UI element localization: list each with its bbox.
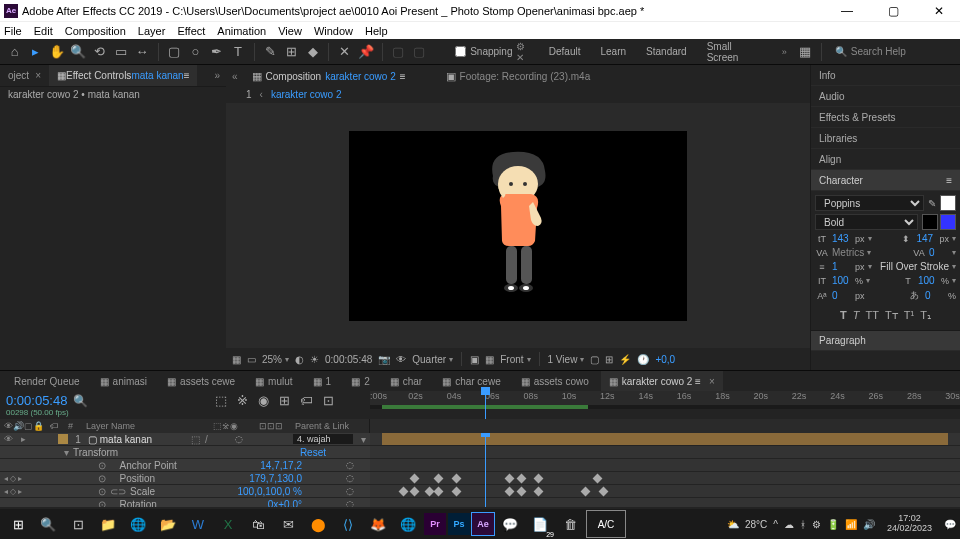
maximize-button[interactable]: ▢	[876, 4, 910, 18]
folder-icon[interactable]: 📂	[154, 510, 182, 538]
photoshop-icon[interactable]: Ps	[448, 513, 470, 535]
snapshot-icon[interactable]: 📷	[378, 354, 390, 365]
panel-info[interactable]: Info	[811, 65, 960, 86]
task-view-icon[interactable]: ⊡	[64, 510, 92, 538]
timeline-tab-2[interactable]: ▦ assets cewe	[159, 371, 243, 391]
region-icon[interactable]: ▣	[470, 354, 479, 365]
timeline-tab-1[interactable]: ▦ animasi	[92, 371, 155, 391]
roto-tool-icon[interactable]: ✕	[336, 43, 353, 61]
store-icon[interactable]: 🛍	[244, 510, 272, 538]
tab-overflow-icon[interactable]: »	[208, 70, 226, 81]
font-size-value[interactable]: 143	[832, 233, 852, 244]
menu-view[interactable]: View	[278, 25, 302, 37]
stamp-tool-icon[interactable]: ⊞	[283, 43, 300, 61]
pen-tool-icon[interactable]: ✒	[208, 43, 225, 61]
hscale-value[interactable]: 100	[918, 275, 938, 286]
taskbar-clock[interactable]: 17:02 24/02/2023	[881, 514, 938, 534]
text-tool-icon[interactable]: T	[229, 43, 246, 61]
prop-value-2[interactable]: 100,0,100,0 %	[238, 486, 303, 497]
ruler-icon[interactable]: ▭	[247, 354, 256, 365]
zoom-dropdown[interactable]: 25%▾	[262, 354, 289, 365]
font-weight-select[interactable]: Bold	[815, 214, 918, 230]
comp-path-name[interactable]: karakter cowo 2	[271, 89, 342, 101]
tl-icon-3[interactable]: ◉	[258, 393, 269, 408]
explorer-icon[interactable]: 📁	[94, 510, 122, 538]
tsume-value[interactable]: 0	[925, 290, 945, 301]
vscode-icon[interactable]: ⟨⟩	[334, 510, 362, 538]
comp-back-icon[interactable]: «	[232, 71, 238, 82]
zoom-tool-icon[interactable]: 🔍	[70, 43, 87, 61]
search-help[interactable]: 🔍 Search Help	[829, 46, 954, 57]
fast-preview-icon[interactable]: ⚡	[619, 354, 631, 365]
col-parent[interactable]: Parent & Link	[295, 421, 365, 431]
selection-tool-icon[interactable]: ▸	[27, 43, 44, 61]
search-taskbar-icon[interactable]: 🔍	[34, 510, 62, 538]
timeline-tab-9[interactable]: ▦ karakter cowo 2 ≡ ×	[601, 371, 723, 391]
tl-icon-6[interactable]: ⊡	[323, 393, 334, 408]
prop-3[interactable]: Rotation	[120, 499, 157, 508]
excel-icon[interactable]: X	[214, 510, 242, 538]
reset-button[interactable]: Reset	[300, 447, 326, 458]
app1-icon[interactable]: ⬤	[304, 510, 332, 538]
stroke-color-swatch[interactable]	[922, 214, 938, 230]
premiere-icon[interactable]: Pr	[424, 513, 446, 535]
show-snapshot-icon[interactable]: 👁	[396, 354, 406, 365]
timeline-search-icon[interactable]: 🔍	[73, 394, 88, 408]
puppet-tool-icon[interactable]: 📌	[357, 43, 374, 61]
allcaps-icon[interactable]: TT	[866, 309, 879, 322]
brush-tool-icon[interactable]: ✎	[261, 43, 278, 61]
tray-volume-icon[interactable]: 🔊	[863, 519, 875, 530]
menu-composition[interactable]: Composition	[65, 25, 126, 37]
exposure-icon[interactable]: ☀	[310, 354, 319, 365]
tray-up-icon[interactable]: ^	[773, 519, 778, 530]
channel-icon[interactable]: ◐	[295, 354, 304, 365]
stroke-mode-dropdown[interactable]: Fill Over Stroke	[880, 261, 949, 272]
tray-settings-icon[interactable]: ⚙	[812, 519, 821, 530]
share-icon[interactable]: ▢	[590, 354, 599, 365]
snapping-toggle[interactable]: Snapping⚙ ✕	[455, 41, 533, 63]
workspace-standard[interactable]: Standard	[638, 46, 695, 57]
transparency-icon[interactable]: ▦	[485, 354, 494, 365]
panel-menu-icon[interactable]: ≡	[946, 175, 952, 186]
panel-effects-presets[interactable]: Effects & Presets	[811, 107, 960, 128]
workspace-default[interactable]: Default	[541, 46, 589, 57]
notes-icon[interactable]: 📄29	[526, 510, 554, 538]
pixel-icon[interactable]: ⊞	[605, 354, 613, 365]
baseline-value[interactable]: 0	[832, 290, 852, 301]
prop-value-3[interactable]: 0x+0,0°	[268, 499, 302, 508]
tl-icon-4[interactable]: ⊞	[279, 393, 290, 408]
panel-libraries[interactable]: Libraries	[811, 128, 960, 149]
camera-dropdown[interactable]: Front▾	[500, 354, 530, 365]
ellipse-tool-icon[interactable]: ○	[187, 43, 204, 61]
smallcaps-icon[interactable]: Tᴛ	[885, 309, 898, 322]
bold-icon[interactable]: T	[840, 309, 847, 322]
parent-dropdown[interactable]: 4. wajah	[293, 434, 353, 444]
firefox-icon[interactable]: 🦊	[364, 510, 392, 538]
timeline-timecode[interactable]: 0:00:05:48	[6, 393, 67, 408]
superscript-icon[interactable]: T¹	[904, 309, 914, 322]
stroke-color-swatch2[interactable]	[940, 214, 956, 230]
timecode-display[interactable]: 0:00:05:48	[325, 354, 372, 365]
italic-icon[interactable]: T	[853, 309, 860, 322]
tray-wifi-icon[interactable]: 📶	[845, 519, 857, 530]
home-icon[interactable]: ⌂	[6, 43, 23, 61]
kerning-value[interactable]: Metrics	[832, 247, 864, 258]
whatsapp-icon[interactable]: 💬	[496, 510, 524, 538]
transform-group[interactable]: Transform	[73, 447, 118, 458]
ac-icon[interactable]: A/C	[586, 510, 626, 538]
tab-effect-controls[interactable]: ▦ Effect Controls mata kanan ≡	[49, 65, 198, 86]
timeline-tab-8[interactable]: ▦ assets cowo	[513, 371, 597, 391]
timeline-icon[interactable]: 🕐	[637, 354, 649, 365]
tab-project[interactable]: oject×	[0, 65, 49, 86]
timeline-tab-5[interactable]: ▦ 2	[343, 371, 378, 391]
tray-bluetooth-icon[interactable]: ᚼ	[800, 519, 806, 530]
tray-battery-icon[interactable]: 🔋	[827, 519, 839, 530]
timeline-tab-7[interactable]: ▦ char cewe	[434, 371, 509, 391]
prop-1[interactable]: Position	[120, 473, 156, 484]
menu-file[interactable]: File	[4, 25, 22, 37]
tab-footage[interactable]: ▣ Footage: Recording (23).m4a	[440, 65, 597, 87]
workspace-small[interactable]: Small Screen	[699, 41, 772, 63]
camera-tool-icon[interactable]: ▭	[112, 43, 129, 61]
tl-icon-5[interactable]: 🏷	[300, 393, 313, 408]
prop-value-1[interactable]: 179,7,130,0	[249, 473, 302, 484]
